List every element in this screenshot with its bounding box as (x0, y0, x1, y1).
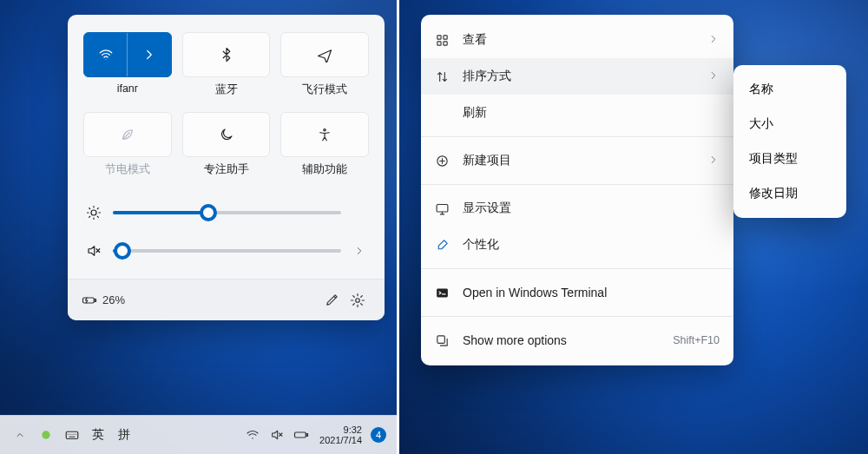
ctx-view-label: 查看 (463, 32, 707, 48)
ctx-refresh-label: 刷新 (463, 105, 720, 121)
svg-point-0 (105, 59, 106, 60)
chevron-right-icon (141, 47, 157, 63)
airplane-tile[interactable]: 飞行模式 (280, 32, 369, 107)
svg-rect-10 (306, 434, 308, 437)
wifi-expand[interactable] (128, 33, 170, 76)
ctx-sort[interactable]: 排序方式 (421, 58, 733, 95)
sort-by-type[interactable]: 项目类型 (733, 141, 846, 176)
wifi-icon (246, 428, 260, 442)
svg-rect-3 (83, 298, 95, 303)
tray-battery[interactable] (292, 425, 311, 444)
volume-expand[interactable] (350, 245, 369, 257)
volume-mute-icon (270, 428, 284, 442)
chevron-right-icon (353, 245, 365, 257)
bluetooth-tile[interactable]: 蓝牙 (182, 32, 271, 107)
ctx-refresh[interactable]: 刷新 (421, 95, 733, 131)
wifi-label: ifanr (83, 82, 172, 96)
ctx-terminal-label: Open in Windows Terminal (463, 286, 720, 299)
taskbar: 英 拼 9:32 2021/7/14 4 (0, 415, 397, 454)
svg-point-5 (356, 298, 360, 302)
svg-rect-18 (437, 335, 444, 343)
sort-icon (435, 69, 450, 84)
focus-tile[interactable]: 专注助手 (182, 112, 271, 187)
sort-date-label: 修改日期 (749, 186, 798, 201)
sort-name-label: 名称 (749, 82, 773, 97)
ctx-sort-label: 排序方式 (463, 69, 707, 84)
focus-label: 专注助手 (182, 162, 271, 176)
sort-by-size[interactable]: 大小 (733, 107, 846, 141)
pencil-icon (325, 293, 339, 307)
sort-type-label: 项目类型 (749, 151, 798, 167)
leaf-icon (120, 127, 135, 142)
moon-icon (219, 127, 234, 142)
chevron-right-icon (707, 69, 720, 82)
chevron-right-icon (707, 154, 720, 166)
ime-lang-1[interactable]: 英 (89, 427, 108, 443)
wifi-toggle[interactable] (84, 33, 127, 76)
chevron-right-icon (707, 33, 720, 45)
svg-rect-4 (95, 299, 96, 301)
battery-icon (293, 427, 309, 443)
volume-slider[interactable] (83, 232, 369, 270)
accessibility-tile[interactable]: 辅助功能 (280, 112, 369, 187)
svg-rect-13 (437, 41, 441, 44)
edit-button[interactable] (319, 293, 345, 307)
ctx-display[interactable]: 显示设置 (421, 190, 733, 227)
battery-icon (82, 293, 97, 308)
bluetooth-label: 蓝牙 (182, 82, 271, 96)
brightness-slider[interactable] (83, 194, 369, 232)
battery-saver-label: 节电模式 (83, 162, 172, 176)
tray-volume[interactable] (267, 425, 286, 444)
svg-point-2 (91, 210, 96, 215)
svg-rect-11 (437, 35, 441, 38)
svg-point-6 (42, 431, 49, 438)
settings-button[interactable] (345, 293, 371, 308)
volume-mute-icon (83, 243, 104, 259)
brush-icon (435, 238, 450, 253)
tray-wifi[interactable] (243, 425, 262, 444)
ctx-new[interactable]: 新建项目 (421, 142, 733, 179)
tray-chevron[interactable] (10, 425, 30, 444)
terminal-icon (435, 286, 450, 300)
ctx-view[interactable]: 查看 (421, 22, 733, 58)
ctx-more[interactable]: Show more options Shift+F10 (421, 322, 733, 359)
sort-by-date[interactable]: 修改日期 (733, 176, 846, 211)
svg-point-1 (324, 129, 326, 131)
notification-badge[interactable]: 4 (371, 427, 386, 443)
sun-icon (83, 205, 104, 220)
battery-saver-tile[interactable]: 节电模式 (83, 112, 172, 187)
svg-rect-7 (66, 431, 78, 438)
ctx-more-label: Show more options (463, 333, 673, 347)
sort-by-name[interactable]: 名称 (733, 72, 846, 107)
ctx-terminal[interactable]: Open in Windows Terminal (421, 274, 733, 311)
airplane-icon (317, 47, 332, 63)
clock[interactable]: 9:32 2021/7/14 (316, 424, 362, 445)
svg-rect-16 (437, 204, 448, 212)
accessibility-icon (317, 127, 332, 142)
ctx-more-hint: Shift+F10 (673, 334, 720, 346)
airplane-label: 飞行模式 (280, 82, 369, 96)
ctx-display-label: 显示设置 (463, 201, 720, 216)
grid-icon (435, 33, 450, 48)
svg-point-8 (252, 438, 253, 438)
wifi-icon (98, 47, 114, 63)
tray-app-icon[interactable] (36, 425, 56, 444)
wifi-tile[interactable]: ifanr (83, 32, 172, 107)
svg-rect-17 (437, 288, 448, 297)
bluetooth-icon (219, 47, 234, 63)
more-options-icon (435, 333, 450, 348)
battery-text: 26% (102, 293, 125, 306)
keyboard-icon (64, 427, 80, 443)
svg-rect-14 (444, 41, 447, 44)
clock-time: 9:32 (319, 424, 362, 435)
sort-size-label: 大小 (749, 116, 773, 132)
chevron-up-icon (15, 430, 25, 440)
ctx-new-label: 新建项目 (463, 153, 707, 168)
ctx-personalize[interactable]: 个性化 (421, 227, 733, 263)
clock-date: 2021/7/14 (319, 435, 362, 445)
ime-lang-2[interactable]: 拼 (115, 427, 134, 443)
gear-icon (350, 293, 365, 308)
ime-keyboard[interactable] (62, 425, 82, 444)
circle-icon (39, 428, 53, 442)
svg-rect-9 (295, 432, 306, 438)
